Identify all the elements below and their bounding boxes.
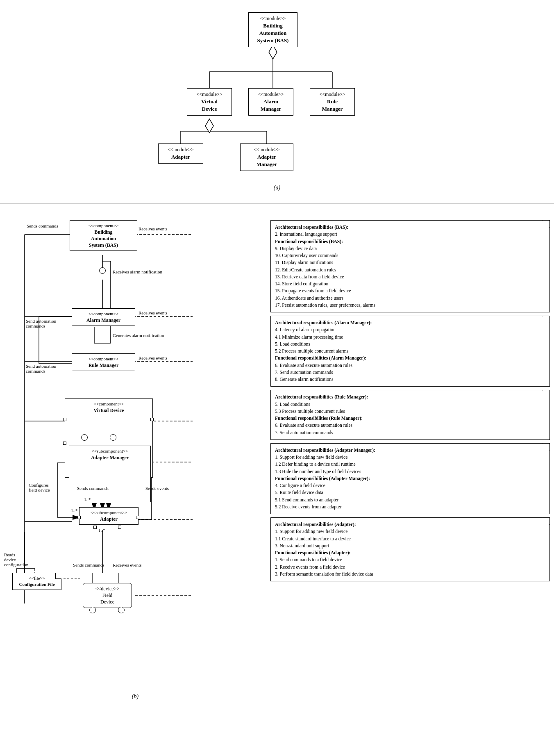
reads-device-config-label: Reads device configuration [4, 552, 27, 567]
am-resp-title: Architectural responsibilities (Adapter … [275, 447, 545, 454]
virtual-device-module-box: <<module>> VirtualDevice [187, 88, 232, 116]
caption-b: (b) [4, 693, 266, 700]
alarm-resp-title: Architectural responsibilities (Alarm Ma… [275, 319, 545, 326]
bas-resp-items: 2. International language support Functi… [275, 231, 545, 309]
alarm-b-stereotype: <<component>> [76, 311, 131, 317]
bas-module-box: <<module>> BuildingAutomationSystem (BAS… [248, 12, 297, 47]
part-a-section: <<module>> BuildingAutomationSystem (BAS… [0, 0, 554, 204]
bas-resp-title: Architectural responsibilities (BAS): [275, 224, 545, 231]
rule-manager-module-box: <<module>> RuleManager [310, 88, 355, 116]
adapter-resp-items: 1. Support for adding new field device 1… [275, 528, 545, 578]
fd-right-lollipop [118, 607, 125, 613]
vd-name: Virtual Device [69, 407, 148, 414]
adapter-module-box: <<module>> Adapter [158, 143, 203, 164]
vd-port-right-top [150, 418, 154, 421]
a-stereotype: <<subcomponent>> [84, 510, 134, 516]
rule-manager-component-box: <<component>> Rule Manager [72, 353, 135, 371]
alarm-manager-module-box: <<module>> AlarmManager [248, 88, 293, 116]
a-name: Adapter [84, 516, 134, 522]
rule-b-name: Rule Manager [76, 362, 131, 369]
bas-responsibilities-box: Architectural responsibilities (BAS): 2.… [270, 220, 550, 312]
configures-field-device-label: Configures field device [29, 483, 57, 492]
virtual-name: VirtualDevice [193, 98, 226, 113]
vd-port-left-mid [63, 442, 66, 445]
field-device-box: <<device>> FieldDevice [83, 583, 132, 608]
adaptermgr-name: AdapterManager [246, 153, 287, 168]
sends-commands-bottom-label: Sends commands [73, 562, 104, 567]
bas-name: BuildingAutomationSystem (BAS) [254, 22, 291, 45]
am-name: Adapter Manager [73, 454, 146, 461]
fd-stereotype: <<device>> [87, 585, 127, 592]
vd-left-lollipop [81, 434, 88, 441]
adapter-port-right [136, 516, 139, 519]
rule-stereotype: <<module>> [316, 91, 349, 98]
send-auto-commands2-label: Send automation commands [26, 364, 59, 373]
alarm-b-name: Alarm Manager [76, 317, 131, 323]
adapter-name: Adapter [164, 153, 197, 161]
receives-events-rule-label: Receives events [138, 355, 168, 360]
sends-commands-label: Sends commands [27, 223, 58, 228]
am-stereotype: <<subcomponent>> [73, 448, 146, 454]
virtual-stereotype: <<module>> [193, 91, 226, 98]
bas-b-stereotype: <<component>> [74, 223, 133, 229]
cf-name: Configuration File [17, 581, 57, 587]
part-b-diagram: Sends commands <<component>> BuildingAut… [4, 212, 266, 704]
generates-alarm-notif-label: Generates alarm notification [113, 333, 164, 338]
rule-manager-responsibilities-box: Architectural responsibilities (Rule Man… [270, 390, 550, 440]
caption-a: (a) [274, 184, 280, 191]
fd-name: FieldDevice [87, 592, 127, 605]
part-a-diagram: <<module>> BuildingAutomationSystem (BAS… [134, 8, 420, 180]
adapter-port-left [77, 516, 81, 519]
alarm-resp-items: 4. Latency of alarm propagation 4.1 Mini… [275, 326, 545, 383]
adapter-responsibilities-box: Architectural responsibilities (Adapter)… [270, 517, 550, 581]
adapter-port-bottom-right [118, 526, 121, 529]
receives-alarm-notif-label: Receives alarm notification [113, 269, 162, 274]
bas-b-name: BuildingAutomationSystem (BAS) [74, 229, 133, 249]
alarm-stereotype: <<module>> [254, 91, 287, 98]
adapter-subcomponent-box: <<subcomponent>> Adapter [79, 507, 138, 525]
rule-resp-items: 5. Load conditions 5.3 Process multiple … [275, 401, 545, 436]
receives-events-bottom-label: Receives events [113, 562, 142, 567]
fd-left-lollipop [89, 607, 96, 613]
mult3-label: 1..* [98, 528, 105, 533]
part-b-section: Sends commands <<component>> BuildingAut… [0, 204, 554, 712]
alarm-manager-component-box: <<component>> Alarm Manager [72, 308, 135, 326]
mult2-label: 1..* [71, 508, 78, 513]
receives-events-bas-label: Receives events [138, 226, 168, 231]
vd-port-left-top [63, 418, 66, 421]
responsibilities-panel: Architectural responsibilities (BAS): 2.… [270, 212, 550, 704]
receives-events-alarm-label: Receives events [138, 310, 168, 315]
sends-events-label: Sends events [145, 486, 169, 491]
am-resp-items: 1. Support for adding new field device 1… [275, 454, 545, 510]
rule-resp-title: Architectural responsibilities (Rule Man… [275, 394, 545, 401]
bas-component-box: <<component>> BuildingAutomationSystem (… [70, 220, 137, 251]
alarm-notification-lollipop [99, 267, 106, 274]
config-file-box: <<file>> Configuration File [12, 573, 61, 590]
bas-stereotype: <<module>> [254, 15, 291, 22]
vd-right-lollipop [110, 434, 116, 441]
adapter-resp-title: Architectural responsibilities (Adapter)… [275, 521, 545, 528]
sends-commands-am-label: Sends commands [77, 486, 109, 491]
rule-b-stereotype: <<component>> [76, 356, 131, 362]
adaptermgr-stereotype: <<module>> [246, 146, 287, 153]
svg-marker-10 [205, 119, 213, 133]
vd-stereotype: <<component>> [69, 401, 148, 407]
adapter-manager-module-box: <<module>> AdapterManager [240, 143, 293, 171]
mult1-label: 1..* [84, 497, 91, 502]
rule-name: RuleManager [316, 98, 349, 113]
adapter-port-bottom-left [93, 526, 97, 529]
alarm-manager-responsibilities-box: Architectural responsibilities (Alarm Ma… [270, 316, 550, 387]
send-auto-commands1-label: Send automation commands [26, 319, 59, 328]
adapter-stereotype: <<module>> [164, 146, 197, 153]
alarm-name: AlarmManager [254, 98, 287, 113]
adapter-manager-responsibilities-box: Architectural responsibilities (Adapter … [270, 443, 550, 514]
adapter-manager-subcomponent-box: <<subcomponent>> Adapter Manager [69, 446, 151, 502]
cf-stereotype: <<file>> [17, 575, 57, 581]
